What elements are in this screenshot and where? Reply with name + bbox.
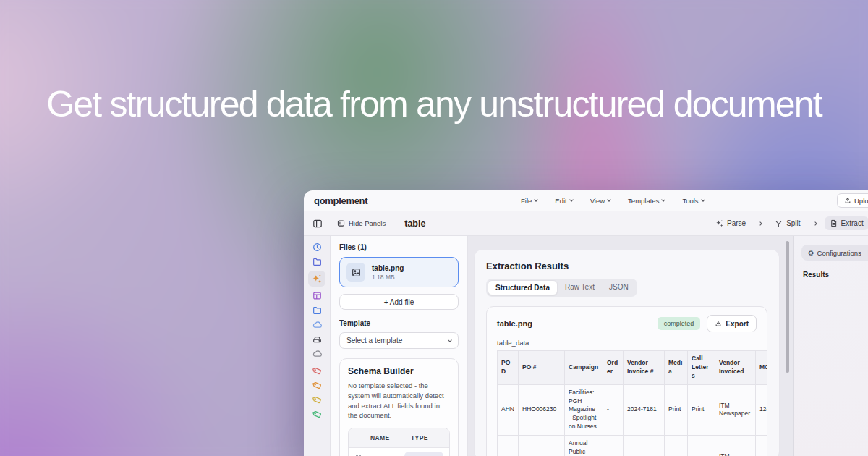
schema-table-header: NAME TYPE <box>349 428 449 448</box>
files-panel: Files (1) table.png 1.18 MB + Add file T… <box>331 236 468 456</box>
chevron-down-icon <box>569 198 574 202</box>
icon-sidebar <box>304 236 331 456</box>
results-section-label: Results <box>803 271 868 279</box>
tab-json[interactable]: JSON <box>602 280 636 295</box>
menu-bar: File Edit View Templates Tools <box>521 197 705 205</box>
top-menu-bar: qomplement File Edit View Templates Tool… <box>304 190 868 211</box>
content-area: Files (1) table.png 1.18 MB + Add file T… <box>304 236 868 456</box>
result-card-header: table.png completed Export <box>497 315 767 332</box>
extraction-results-panel: Extraction Results Structured Data Raw T… <box>475 250 779 456</box>
sidebar-item-templates[interactable] <box>308 289 326 303</box>
chevron-right-icon <box>813 221 817 226</box>
image-file-icon <box>346 263 365 282</box>
folder-icon <box>312 305 322 315</box>
template-label: Template <box>339 319 459 327</box>
sidebar-toggle-button[interactable] <box>304 219 331 229</box>
add-file-button[interactable]: + Add file <box>339 294 459 310</box>
menu-templates[interactable]: Templates <box>628 197 665 205</box>
sidebar-item-tag-orange[interactable] <box>308 379 326 392</box>
sidebar-item-extract-active[interactable] <box>308 271 326 287</box>
chevron-right-icon <box>758 221 762 226</box>
sparkles-icon <box>312 274 322 284</box>
menu-view[interactable]: View <box>590 197 610 205</box>
template-select[interactable]: Select a template <box>339 332 459 349</box>
toolbar: Hide Panels table Parse Split Extract <box>304 211 868 236</box>
step-split[interactable]: Split <box>770 216 805 230</box>
sidebar-item-cloud[interactable] <box>308 318 326 332</box>
schema-builder-title: Schema Builder <box>348 366 450 376</box>
result-file-name: table.png <box>497 319 532 328</box>
sparkles-icon <box>715 219 723 227</box>
main-panel: Extraction Results Structured Data Raw T… <box>468 236 793 456</box>
col-header: Campaign <box>565 351 603 385</box>
extraction-results-title: Extraction Results <box>486 261 767 271</box>
export-button[interactable]: Export <box>707 315 757 332</box>
results-tabs: Structured Data Raw Text JSON <box>486 279 637 297</box>
schema-type-select[interactable]: array <box>404 452 444 456</box>
sidebar-item-storage[interactable] <box>308 332 326 346</box>
table-header-row: POD PO # Campaign Order Vendor Invoice #… <box>498 351 768 385</box>
tag-red-icon <box>311 365 323 377</box>
tag-green-icon <box>311 408 323 421</box>
col-header: POD <box>498 351 519 385</box>
sidebar-item-history[interactable] <box>308 240 326 254</box>
extracted-data-table: POD PO # Campaign Order Vendor Invoice #… <box>497 350 767 456</box>
cloud-icon <box>312 320 322 329</box>
cloud-icon <box>312 349 322 358</box>
split-icon <box>775 219 783 227</box>
hide-panels-icon <box>337 219 345 227</box>
folder-icon <box>312 257 322 266</box>
menu-tools[interactable]: Tools <box>682 197 704 205</box>
col-header: Order <box>603 351 624 385</box>
step-parse[interactable]: Parse <box>710 216 751 230</box>
status-badge: completed <box>658 317 701 330</box>
sidebar-item-tag-red[interactable] <box>308 364 326 378</box>
table-row: AHN HHO006230 Facilities: PGH Magazine -… <box>498 384 768 435</box>
table-row: AHN 103493004 Annual Public Board Meetin… <box>498 436 768 456</box>
sidebar-item-cloud-sync[interactable] <box>308 347 326 360</box>
col-header: Call Letters <box>688 351 715 385</box>
config-tab-group: ⚙ Configurations <box>801 245 868 261</box>
download-icon <box>715 320 722 327</box>
history-clock-icon <box>312 242 322 252</box>
app-window: qomplement File Edit View Templates Tool… <box>304 190 868 456</box>
tab-raw-text[interactable]: Raw Text <box>558 280 602 295</box>
chevron-down-icon <box>701 198 705 202</box>
tag-orange-icon <box>311 379 323 392</box>
menu-file[interactable]: File <box>521 197 537 205</box>
schema-col-type: TYPE <box>411 434 428 442</box>
brand-logo: qomplement <box>314 195 367 206</box>
step-extract[interactable]: Extract <box>825 216 868 230</box>
chevron-down-icon <box>662 198 666 202</box>
hard-drive-icon <box>312 334 322 344</box>
col-header: Vendor Invoiced <box>715 351 756 385</box>
tab-configurations[interactable]: ⚙ Configurations <box>803 247 867 259</box>
upload-button[interactable]: Upload <box>837 193 868 208</box>
col-header: Media <box>665 351 688 385</box>
hide-panels-button[interactable]: Hide Panels <box>337 219 386 227</box>
vertical-scrollbar[interactable] <box>786 241 789 373</box>
files-header: Files (1) <box>339 243 459 251</box>
chevron-down-icon <box>534 198 538 202</box>
layout-table-icon <box>312 291 322 300</box>
sidebar-item-tag-yellow[interactable] <box>308 393 326 407</box>
sidebar-item-files[interactable] <box>308 303 326 317</box>
panel-toggle-icon <box>312 219 323 229</box>
file-card-selected[interactable]: table.png 1.18 MB <box>339 257 459 287</box>
gear-icon: ⚙ <box>808 249 814 257</box>
col-header: MOS <box>756 351 768 385</box>
tab-structured-data[interactable]: Structured Data <box>488 280 558 295</box>
table-data-label: table_data: <box>497 339 767 347</box>
col-header: PO # <box>519 351 565 385</box>
document-icon <box>830 219 838 227</box>
menu-edit[interactable]: Edit <box>555 197 572 205</box>
sidebar-item-tag-green[interactable] <box>308 408 326 421</box>
sidebar-item-projects[interactable] <box>308 255 326 269</box>
file-name: table.png <box>372 264 404 272</box>
schema-builder-description: No template selected - the system will a… <box>348 381 450 421</box>
workflow-steps: Parse Split Extract <box>710 216 868 230</box>
tag-yellow-icon <box>311 394 323 406</box>
chevron-down-icon <box>448 338 452 342</box>
result-file-card: table.png completed Export table_data: <box>486 306 767 456</box>
configurations-panel: ⚙ Configurations Results <box>793 236 868 456</box>
